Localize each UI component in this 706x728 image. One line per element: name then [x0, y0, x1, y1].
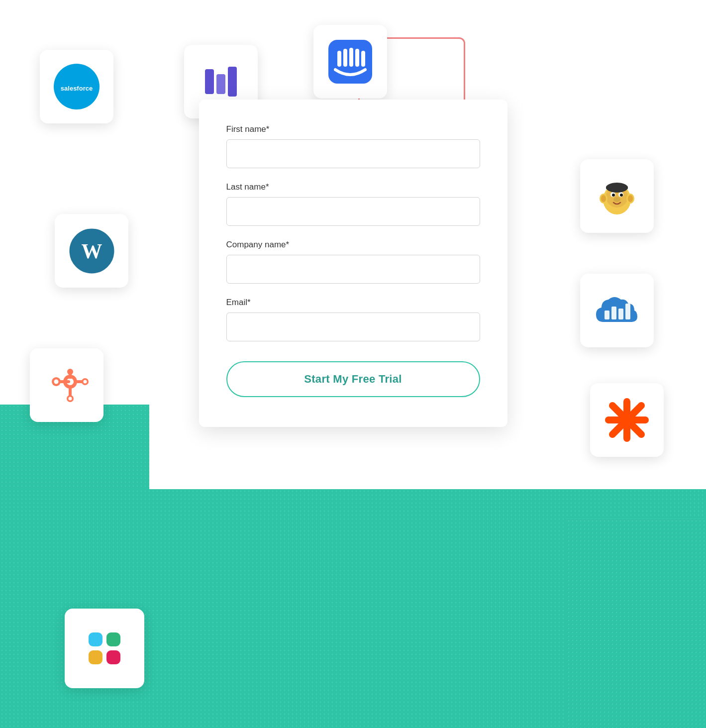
svg-point-21: [601, 195, 606, 202]
svg-rect-8: [349, 48, 353, 67]
svg-rect-33: [59, 380, 70, 383]
baremetrics-logo-card: [580, 274, 654, 347]
slack-icon: [80, 624, 129, 673]
svg-point-16: [620, 194, 623, 197]
zapier-logo-card: [590, 383, 664, 457]
email-group: Email*: [226, 298, 480, 341]
email-input[interactable]: [226, 312, 480, 341]
company-name-group: Company name*: [226, 240, 480, 284]
svg-rect-50: [89, 650, 102, 664]
intercom-logo-card: [313, 25, 387, 99]
first-name-input[interactable]: [226, 139, 480, 168]
wordpress-logo-card: W: [55, 214, 128, 288]
hubspot-logo-card: [30, 348, 103, 422]
last-name-group: Last name*: [226, 182, 480, 226]
zapier-icon: [605, 398, 649, 442]
svg-point-40: [54, 380, 59, 384]
last-name-label: Last name*: [226, 182, 480, 192]
svg-rect-4: [228, 67, 237, 97]
slack-logo-card: [65, 609, 144, 688]
salesforce-icon: salesforce: [52, 62, 101, 111]
company-name-input[interactable]: [226, 255, 480, 284]
svg-rect-35: [69, 372, 72, 379]
svg-rect-9: [355, 49, 359, 67]
svg-rect-10: [361, 51, 365, 67]
svg-rect-18: [606, 186, 628, 190]
svg-point-38: [84, 380, 87, 384]
email-label: Email*: [226, 298, 480, 308]
svg-rect-6: [337, 51, 341, 67]
svg-text:salesforce: salesforce: [61, 85, 93, 92]
baremetrics-icon: [594, 290, 641, 332]
mailchimp-icon: [595, 174, 639, 218]
intercom-icon: [328, 40, 372, 84]
svg-rect-28: [611, 307, 616, 319]
green-bg-right: [567, 519, 706, 728]
hubspot-icon: [44, 363, 89, 408]
svg-rect-27: [605, 311, 609, 319]
last-name-input[interactable]: [226, 197, 480, 226]
first-name-group: First name*: [226, 124, 480, 168]
svg-rect-48: [89, 632, 102, 646]
svg-point-15: [612, 194, 615, 197]
svg-rect-51: [106, 650, 120, 664]
svg-rect-3: [216, 74, 225, 94]
mailchimp-logo-card: [580, 159, 654, 233]
svg-rect-49: [106, 632, 120, 646]
svg-point-19: [613, 197, 620, 202]
svg-point-43: [69, 397, 72, 401]
salesforce-logo-card: salesforce: [40, 50, 113, 123]
missive-icon: [201, 62, 241, 102]
start-trial-button[interactable]: Start My Free Trial: [226, 361, 480, 397]
svg-rect-29: [618, 309, 623, 319]
svg-rect-30: [625, 304, 630, 319]
svg-rect-7: [343, 49, 347, 67]
svg-text:W: W: [81, 240, 102, 263]
form-card: First name* Last name* Company name* Ema…: [199, 100, 507, 427]
svg-rect-2: [205, 69, 214, 94]
company-name-label: Company name*: [226, 240, 480, 250]
scene: salesforce: [0, 0, 706, 728]
wordpress-icon: W: [68, 227, 115, 275]
first-name-label: First name*: [226, 124, 480, 134]
svg-point-23: [628, 195, 633, 202]
